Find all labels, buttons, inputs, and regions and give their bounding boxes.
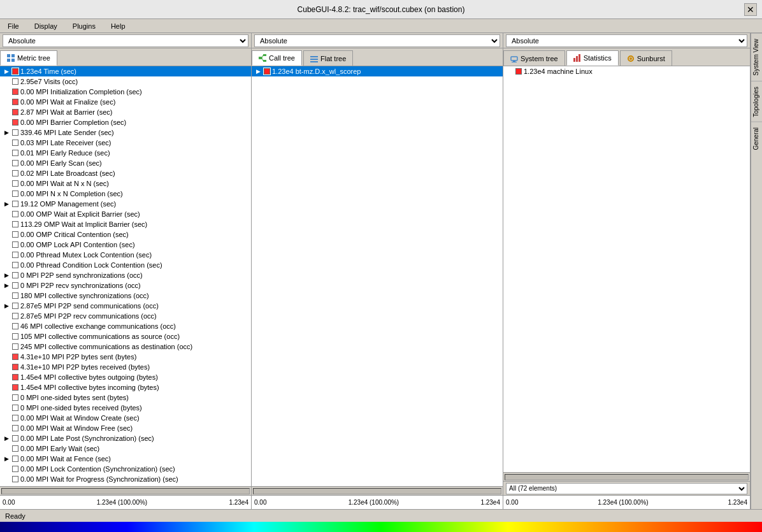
checkbox[interactable] [12, 323, 18, 329]
tab-statistics[interactable]: Statistics [566, 50, 619, 66]
right-tree-item[interactable]: 1.23e4 machine Linux [503, 66, 750, 76]
checkbox[interactable] [12, 456, 18, 462]
left-tree-item[interactable]: 0.00 Pthread Condition Lock Contention (… [0, 260, 251, 270]
left-tree-item[interactable]: 0.00 OMP Lock API Contention (sec) [0, 240, 251, 250]
checkbox[interactable] [12, 343, 18, 350]
checkbox[interactable] [12, 150, 18, 156]
checkbox[interactable] [12, 211, 18, 217]
expand-arrow[interactable]: ▶ [3, 282, 10, 289]
middle-tree-item[interactable]: ▶1.23e4 bt-mz.D.x_wl_scorep [252, 66, 503, 76]
menu-plugins[interactable]: Plugins [68, 21, 101, 31]
expand-arrow[interactable]: ▶ [3, 302, 10, 310]
left-tree-item[interactable]: ▶0.00 MPI Wait at Fence (sec) [0, 454, 251, 464]
expand-arrow[interactable]: ▶ [3, 271, 10, 279]
checkbox[interactable] [12, 231, 18, 238]
left-tree-item[interactable]: ▶2.87e5 MPI P2P send communications (occ… [0, 301, 251, 311]
left-tree-item[interactable]: ▶0 MPI P2P send synchronizations (occ) [0, 270, 251, 280]
checkbox[interactable] [12, 272, 18, 278]
checkbox[interactable] [12, 160, 18, 166]
left-tree-item[interactable]: 0.00 MPI Wait at Window Create (sec) [0, 413, 251, 423]
left-tree-item[interactable]: ▶339.46 MPI Late Sender (sec) [0, 127, 251, 138]
tab-flat-tree[interactable]: Flat tree [303, 50, 353, 66]
left-tree-item[interactable]: 0.00 MPI Initialization Completion (sec) [0, 87, 251, 97]
checkbox[interactable] [12, 292, 18, 299]
left-tree-item[interactable]: 0.01 MPI Early Reduce (sec) [0, 148, 251, 158]
left-tree-item[interactable]: 4.31e+10 MPI P2P bytes received (bytes) [0, 362, 251, 372]
left-tree-item[interactable]: 4.31e+10 MPI P2P bytes sent (bytes) [0, 352, 251, 362]
checkbox[interactable] [12, 445, 18, 452]
checkbox[interactable] [12, 405, 18, 411]
left-tree-item[interactable]: 1.45e4 MPI collective bytes outgoing (by… [0, 372, 251, 382]
checkbox[interactable] [12, 303, 18, 309]
left-tree-item[interactable]: 113.29 OMP Wait at Implicit Barrier (sec… [0, 219, 251, 229]
sidebar-system-view[interactable]: System View [751, 33, 762, 81]
checkbox[interactable] [12, 476, 18, 482]
checkbox[interactable] [12, 333, 18, 340]
checkbox[interactable] [12, 252, 18, 258]
left-tree-item[interactable]: ▶0.00 MPI Late Post (Synchronization) (s… [0, 433, 251, 443]
left-tree-item[interactable]: 0.03 MPI Late Receiver (sec) [0, 138, 251, 148]
left-tree-item[interactable]: 2.87e5 MPI P2P recv communications (occ) [0, 311, 251, 321]
left-tree-item[interactable]: 0.02 MPI Late Broadcast (sec) [0, 168, 251, 178]
checkbox[interactable] [12, 191, 18, 197]
menu-display[interactable]: Display [29, 21, 62, 31]
tab-sunburst[interactable]: Sunburst [620, 50, 672, 66]
left-tree-item[interactable]: 0.00 MPI Lock Contention (Synchronizatio… [0, 464, 251, 474]
left-tree-item[interactable]: ▶1.23e4 Time (sec) [0, 66, 251, 76]
middle-h-scrollbar[interactable] [252, 486, 503, 495]
left-tree-item[interactable]: 1.45e4 MPI collective bytes incoming (by… [0, 382, 251, 392]
expand-arrow[interactable]: ▶ [3, 200, 10, 208]
checkbox[interactable] [12, 201, 18, 207]
left-tree-item[interactable]: 0.00 MPI Wait at Window Free (sec) [0, 423, 251, 433]
left-tree-item[interactable]: 0.00 OMP Wait at Explicit Barrier (sec) [0, 209, 251, 219]
left-tree-item[interactable]: 0.00 MPI Wait at N x N (sec) [0, 178, 251, 189]
tab-system-tree[interactable]: System tree [503, 50, 565, 66]
left-tree-item[interactable]: 180 MPI collective synchronizations (occ… [0, 291, 251, 301]
checkbox[interactable] [12, 221, 18, 227]
close-button[interactable]: ✕ [744, 3, 757, 16]
checkbox[interactable] [12, 415, 18, 421]
left-tree-item[interactable]: 0.00 MPI Early Wait (sec) [0, 443, 251, 454]
expand-arrow[interactable]: ▶ [3, 455, 10, 463]
left-tree-item[interactable]: 0.00 MPI Barrier Completion (sec) [0, 117, 251, 127]
right-h-scrollbar[interactable] [503, 472, 750, 481]
checkbox[interactable] [12, 313, 18, 319]
left-h-scrollbar[interactable] [0, 486, 251, 495]
left-tree-item[interactable]: 0.00 Pthread Mutex Lock Contention (sec) [0, 250, 251, 260]
checkbox[interactable] [12, 78, 18, 85]
left-dropdown[interactable]: Absolute Relative [3, 34, 248, 47]
checkbox[interactable] [12, 140, 18, 146]
menu-file[interactable]: File [3, 21, 24, 31]
left-tree-item[interactable]: ▶19.12 OMP Management (sec) [0, 199, 251, 209]
left-tree-item[interactable]: 0 MPI one-sided bytes sent (bytes) [0, 392, 251, 403]
checkbox[interactable] [12, 282, 18, 289]
expand-arrow[interactable]: ▶ [254, 68, 262, 75]
checkbox[interactable] [12, 241, 18, 248]
checkbox[interactable] [12, 170, 18, 176]
left-tree-item[interactable]: 0.00 MPI Early Scan (sec) [0, 158, 251, 168]
expand-arrow[interactable]: ▶ [3, 435, 10, 442]
tab-call-tree[interactable]: Call tree [252, 50, 302, 66]
sidebar-general[interactable]: General [751, 122, 762, 155]
left-tree-item[interactable]: 0.00 OMP Critical Contention (sec) [0, 229, 251, 240]
checkbox[interactable] [12, 262, 18, 268]
all-elements-select[interactable]: All (72 elements) [506, 483, 747, 494]
checkbox[interactable] [12, 129, 18, 136]
checkbox[interactable] [12, 425, 18, 431]
left-tree-item[interactable]: 2.87 MPI Wait at Barrier (sec) [0, 107, 251, 117]
sidebar-topologies[interactable]: Topologies [751, 81, 762, 122]
middle-dropdown[interactable]: Absolute Relative [254, 34, 500, 47]
expand-arrow[interactable]: ▶ [3, 68, 10, 75]
checkbox[interactable] [12, 435, 18, 442]
left-tree-item[interactable]: 105 MPI collective communications as sou… [0, 331, 251, 341]
tab-metric-tree[interactable]: Metric tree [0, 50, 57, 66]
expand-arrow[interactable]: ▶ [3, 129, 10, 136]
right-tree-content[interactable]: 1.23e4 machine Linux [503, 66, 750, 472]
left-tree-item[interactable]: 2.95e7 Visits (occ) [0, 76, 251, 87]
left-tree-content[interactable]: ▶1.23e4 Time (sec)2.95e7 Visits (occ)0.0… [0, 66, 251, 486]
right-dropdown[interactable]: Absolute Relative [506, 34, 747, 47]
left-tree-item[interactable]: 0 MPI one-sided bytes received (bytes) [0, 403, 251, 413]
left-tree-item[interactable]: 0.00 MPI N x N Completion (sec) [0, 189, 251, 199]
left-tree-item[interactable]: 0.00 MPI Late Post (Communication) (sec) [0, 484, 251, 486]
checkbox[interactable] [12, 180, 18, 187]
